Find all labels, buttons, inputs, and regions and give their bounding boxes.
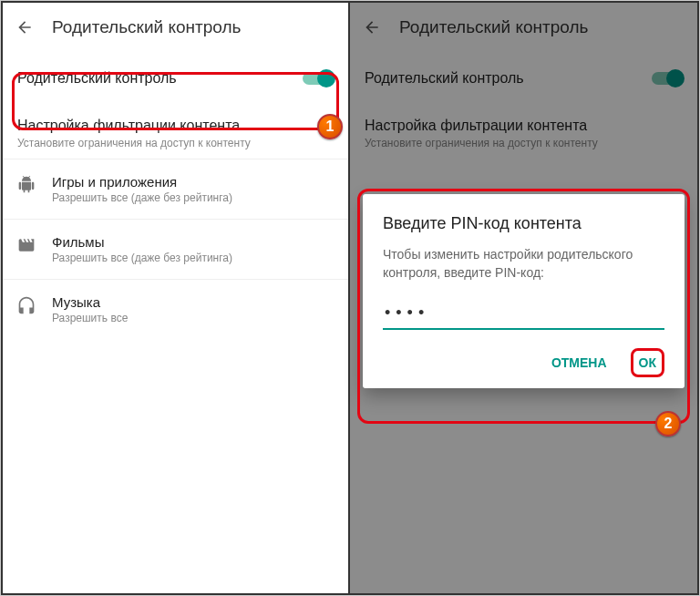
- movie-icon: [17, 236, 36, 254]
- settings-screen-with-dialog: Родительский контроль Родительский контр…: [350, 1, 699, 595]
- dialog-actions: ОТМЕНА ОК: [383, 348, 664, 377]
- toggle-switch-on[interactable]: [652, 72, 683, 85]
- item-title: Игры и приложения: [52, 174, 232, 190]
- list-item-music[interactable]: Музыка Разрешить все: [3, 280, 348, 339]
- app-header: Родительский контроль: [3, 3, 348, 52]
- filter-section-header: Настройка фильтрации контента Установите…: [3, 105, 348, 159]
- section-subtitle: Установите ограничения на доступ к конте…: [17, 137, 334, 149]
- list-item-films[interactable]: Фильмы Разрешить все (даже без рейтинга): [3, 220, 348, 280]
- android-icon: [17, 176, 36, 194]
- cancel-button[interactable]: ОТМЕНА: [544, 348, 614, 377]
- toggle-switch-on[interactable]: [303, 72, 334, 85]
- item-subtitle: Разрешить все (даже без рейтинга): [52, 252, 232, 264]
- annotation-badge-1: 1: [317, 114, 343, 139]
- headphones-icon: [17, 296, 36, 314]
- dialog-title: Введите PIN-код контента: [383, 214, 664, 233]
- list-item-games[interactable]: Игры и приложения Разрешить все (даже бе…: [3, 159, 348, 220]
- page-title: Родительский контроль: [52, 17, 241, 37]
- settings-screen: Родительский контроль Родительский контр…: [1, 1, 350, 595]
- ok-button[interactable]: ОК: [631, 348, 664, 377]
- back-arrow-icon[interactable]: [363, 18, 381, 36]
- annotation-badge-2: 2: [655, 411, 681, 437]
- dialog-body: Чтобы изменить настройки родительского к…: [383, 246, 664, 282]
- item-title: Музыка: [52, 294, 128, 310]
- section-subtitle: Установите ограничения на доступ к конте…: [365, 137, 683, 149]
- toggle-label: Родительский контроль: [365, 70, 524, 87]
- pin-dialog: Введите PIN-код контента Чтобы изменить …: [363, 194, 685, 388]
- back-arrow-icon[interactable]: [15, 18, 34, 36]
- item-subtitle: Разрешить все: [52, 312, 128, 324]
- section-title: Настройка фильтрации контента: [365, 118, 683, 134]
- app-header: Родительский контроль: [350, 3, 697, 52]
- section-title: Настройка фильтрации контента: [17, 118, 334, 134]
- toggle-label: Родительский контроль: [17, 70, 177, 87]
- item-subtitle: Разрешить все (даже без рейтинга): [52, 191, 232, 204]
- page-title: Родительский контроль: [399, 17, 588, 37]
- parental-control-toggle-row[interactable]: Родительский контроль: [3, 52, 348, 105]
- pin-input[interactable]: ••••: [383, 298, 664, 330]
- parental-control-toggle-row[interactable]: Родительский контроль: [350, 52, 697, 105]
- item-title: Фильмы: [52, 234, 232, 250]
- filter-section-header: Настройка фильтрации контента Установите…: [350, 105, 697, 159]
